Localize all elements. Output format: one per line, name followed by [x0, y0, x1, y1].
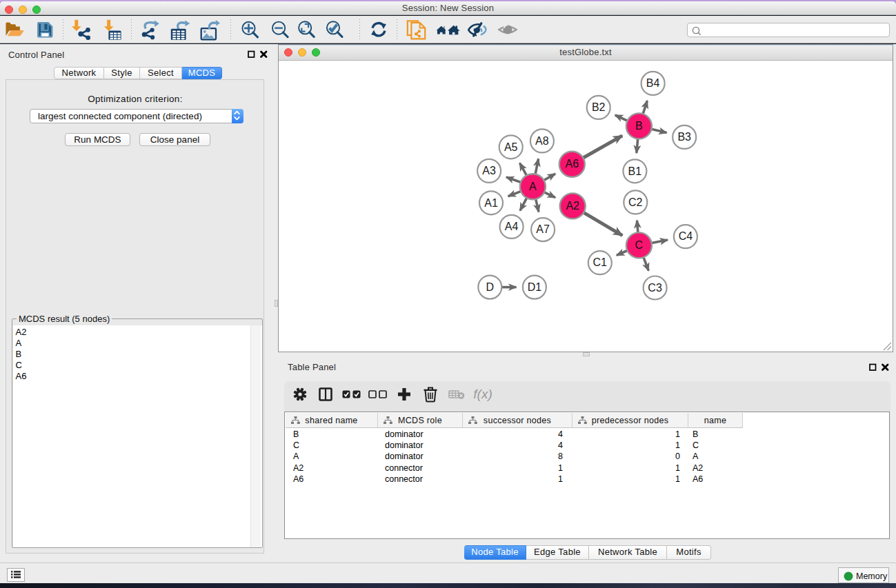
svg-text:D: D	[486, 281, 495, 293]
svg-text:B2: B2	[592, 101, 606, 113]
svg-text:C2: C2	[628, 196, 643, 208]
svg-text:C4: C4	[679, 230, 693, 242]
svg-text:A8: A8	[535, 135, 549, 147]
svg-text:A: A	[529, 181, 537, 192]
svg-text:A1: A1	[484, 197, 498, 209]
svg-text:D1: D1	[528, 281, 542, 293]
svg-text:C1: C1	[593, 256, 608, 268]
svg-text:B: B	[635, 120, 643, 132]
svg-text:A4: A4	[505, 221, 519, 232]
svg-text:C: C	[635, 239, 644, 251]
svg-text:A3: A3	[482, 165, 496, 176]
svg-text:B3: B3	[677, 131, 691, 143]
svg-text:B1: B1	[628, 165, 642, 177]
svg-text:A5: A5	[504, 141, 518, 153]
svg-text:C3: C3	[648, 282, 662, 294]
svg-text:B4: B4	[646, 77, 660, 89]
svg-text:A7: A7	[536, 223, 550, 235]
svg-text:A2: A2	[566, 200, 579, 212]
svg-text:f(x): f(x)	[473, 387, 492, 401]
svg-text:A6: A6	[566, 158, 579, 170]
